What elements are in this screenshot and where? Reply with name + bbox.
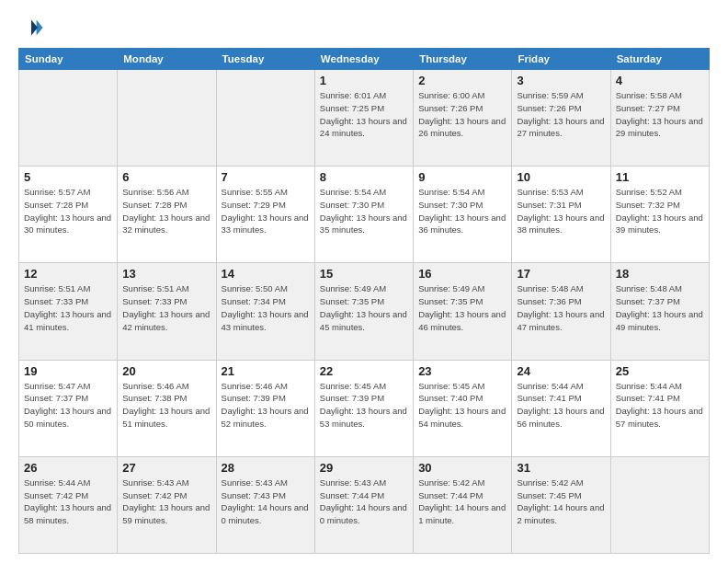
- cell-info-text: Sunrise: 5:45 AM Sunset: 7:40 PM Dayligh…: [418, 380, 506, 431]
- cell-day-number: 4: [616, 74, 704, 87]
- cell-day-number: 20: [122, 364, 210, 378]
- cell-info-text: Sunrise: 5:50 AM Sunset: 7:34 PM Dayligh…: [222, 282, 310, 333]
- week-row-1: 5Sunrise: 5:57 AM Sunset: 7:28 PM Daylig…: [19, 167, 710, 263]
- calendar-cell: 16Sunrise: 5:49 AM Sunset: 7:35 PM Dayli…: [414, 263, 512, 360]
- calendar-cell: 29Sunrise: 5:43 AM Sunset: 7:44 PM Dayli…: [314, 456, 413, 553]
- calendar-cell: 17Sunrise: 5:48 AM Sunset: 7:36 PM Dayli…: [512, 263, 610, 360]
- calendar-cell: 9Sunrise: 5:54 AM Sunset: 7:30 PM Daylig…: [414, 167, 512, 263]
- cell-day-number: 29: [320, 461, 408, 475]
- cell-info-text: Sunrise: 5:46 AM Sunset: 7:38 PM Dayligh…: [122, 380, 210, 431]
- cell-info-text: Sunrise: 5:44 AM Sunset: 7:41 PM Dayligh…: [517, 380, 605, 431]
- cell-info-text: Sunrise: 6:00 AM Sunset: 7:26 PM Dayligh…: [418, 89, 506, 140]
- weekday-header-thursday: Thursday: [414, 49, 512, 70]
- calendar-cell: 4Sunrise: 5:58 AM Sunset: 7:27 PM Daylig…: [610, 70, 709, 167]
- calendar-cell: 13Sunrise: 5:51 AM Sunset: 7:33 PM Dayli…: [118, 263, 216, 360]
- week-row-3: 19Sunrise: 5:47 AM Sunset: 7:37 PM Dayli…: [19, 360, 710, 456]
- cell-day-number: 15: [320, 267, 408, 281]
- calendar-cell: 8Sunrise: 5:54 AM Sunset: 7:30 PM Daylig…: [314, 167, 413, 263]
- cell-day-number: 6: [122, 170, 210, 184]
- cell-info-text: Sunrise: 5:43 AM Sunset: 7:42 PM Dayligh…: [122, 477, 210, 527]
- cell-info-text: Sunrise: 5:44 AM Sunset: 7:41 PM Dayligh…: [616, 380, 704, 431]
- cell-day-number: 16: [418, 267, 506, 281]
- cell-info-text: Sunrise: 5:44 AM Sunset: 7:42 PM Dayligh…: [24, 477, 112, 527]
- cell-info-text: Sunrise: 5:42 AM Sunset: 7:45 PM Dayligh…: [517, 477, 605, 527]
- weekday-header-monday: Monday: [118, 49, 216, 70]
- cell-info-text: Sunrise: 5:42 AM Sunset: 7:44 PM Dayligh…: [418, 477, 506, 527]
- weekday-header-saturday: Saturday: [610, 49, 709, 70]
- calendar-cell: 15Sunrise: 5:49 AM Sunset: 7:35 PM Dayli…: [314, 263, 413, 360]
- calendar-cell: 6Sunrise: 5:56 AM Sunset: 7:28 PM Daylig…: [118, 167, 216, 263]
- cell-info-text: Sunrise: 5:57 AM Sunset: 7:28 PM Dayligh…: [24, 186, 112, 236]
- calendar-cell: [216, 70, 314, 167]
- cell-info-text: Sunrise: 5:43 AM Sunset: 7:43 PM Dayligh…: [222, 477, 310, 527]
- calendar-cell: [19, 70, 118, 167]
- cell-info-text: Sunrise: 5:48 AM Sunset: 7:36 PM Dayligh…: [517, 282, 605, 333]
- calendar-cell: 2Sunrise: 6:00 AM Sunset: 7:26 PM Daylig…: [414, 70, 512, 167]
- calendar-table: SundayMondayTuesdayWednesdayThursdayFrid…: [18, 48, 710, 554]
- cell-info-text: Sunrise: 5:46 AM Sunset: 7:39 PM Dayligh…: [222, 380, 310, 431]
- calendar-cell: 27Sunrise: 5:43 AM Sunset: 7:42 PM Dayli…: [118, 456, 216, 553]
- calendar-cell: 30Sunrise: 5:42 AM Sunset: 7:44 PM Dayli…: [414, 456, 512, 553]
- calendar-cell: [610, 456, 709, 553]
- calendar-cell: 7Sunrise: 5:55 AM Sunset: 7:29 PM Daylig…: [216, 167, 314, 263]
- calendar-cell: [118, 70, 216, 167]
- week-row-0: 1Sunrise: 6:01 AM Sunset: 7:25 PM Daylig…: [19, 70, 710, 167]
- header-row: SundayMondayTuesdayWednesdayThursdayFrid…: [19, 49, 710, 70]
- cell-day-number: 26: [24, 461, 112, 475]
- cell-info-text: Sunrise: 5:56 AM Sunset: 7:28 PM Dayligh…: [122, 186, 210, 236]
- calendar-cell: 10Sunrise: 5:53 AM Sunset: 7:31 PM Dayli…: [512, 167, 610, 263]
- cell-info-text: Sunrise: 5:53 AM Sunset: 7:31 PM Dayligh…: [517, 186, 605, 236]
- cell-day-number: 19: [24, 364, 112, 378]
- cell-day-number: 5: [24, 170, 112, 184]
- cell-day-number: 14: [222, 267, 310, 281]
- cell-day-number: 30: [418, 461, 506, 475]
- cell-day-number: 28: [222, 461, 310, 475]
- weekday-header-wednesday: Wednesday: [314, 49, 413, 70]
- cell-info-text: Sunrise: 5:52 AM Sunset: 7:32 PM Dayligh…: [616, 186, 704, 236]
- calendar-body: 1Sunrise: 6:01 AM Sunset: 7:25 PM Daylig…: [19, 70, 710, 554]
- cell-day-number: 21: [222, 364, 310, 378]
- cell-day-number: 31: [517, 461, 605, 475]
- calendar-cell: 19Sunrise: 5:47 AM Sunset: 7:37 PM Dayli…: [19, 360, 118, 456]
- logo: [18, 15, 46, 40]
- cell-day-number: 13: [122, 267, 210, 281]
- cell-info-text: Sunrise: 6:01 AM Sunset: 7:25 PM Dayligh…: [320, 89, 408, 140]
- week-row-2: 12Sunrise: 5:51 AM Sunset: 7:33 PM Dayli…: [19, 263, 710, 360]
- cell-info-text: Sunrise: 5:51 AM Sunset: 7:33 PM Dayligh…: [122, 282, 210, 333]
- calendar-cell: 3Sunrise: 5:59 AM Sunset: 7:26 PM Daylig…: [512, 70, 610, 167]
- cell-day-number: 22: [320, 364, 408, 378]
- calendar-cell: 14Sunrise: 5:50 AM Sunset: 7:34 PM Dayli…: [216, 263, 314, 360]
- calendar-cell: 5Sunrise: 5:57 AM Sunset: 7:28 PM Daylig…: [19, 167, 118, 263]
- cell-day-number: 17: [517, 267, 605, 281]
- cell-info-text: Sunrise: 5:55 AM Sunset: 7:29 PM Dayligh…: [222, 186, 310, 236]
- calendar-cell: 28Sunrise: 5:43 AM Sunset: 7:43 PM Dayli…: [216, 456, 314, 553]
- cell-day-number: 12: [24, 267, 112, 281]
- calendar-cell: 18Sunrise: 5:48 AM Sunset: 7:37 PM Dayli…: [610, 263, 709, 360]
- cell-day-number: 7: [222, 170, 310, 184]
- cell-day-number: 18: [616, 267, 704, 281]
- cell-day-number: 9: [418, 170, 506, 184]
- cell-day-number: 8: [320, 170, 408, 184]
- header: [18, 15, 710, 40]
- cell-day-number: 23: [418, 364, 506, 378]
- cell-day-number: 27: [122, 461, 210, 475]
- calendar-header: SundayMondayTuesdayWednesdayThursdayFrid…: [19, 49, 710, 70]
- weekday-header-sunday: Sunday: [19, 49, 118, 70]
- cell-info-text: Sunrise: 5:45 AM Sunset: 7:39 PM Dayligh…: [320, 380, 408, 431]
- cell-info-text: Sunrise: 5:48 AM Sunset: 7:37 PM Dayligh…: [616, 282, 704, 333]
- cell-info-text: Sunrise: 5:43 AM Sunset: 7:44 PM Dayligh…: [320, 477, 408, 527]
- weekday-header-friday: Friday: [512, 49, 610, 70]
- cell-info-text: Sunrise: 5:54 AM Sunset: 7:30 PM Dayligh…: [320, 186, 408, 236]
- logo-icon: [18, 15, 44, 40]
- calendar-cell: 11Sunrise: 5:52 AM Sunset: 7:32 PM Dayli…: [610, 167, 709, 263]
- cell-day-number: 24: [517, 364, 605, 378]
- cell-info-text: Sunrise: 5:49 AM Sunset: 7:35 PM Dayligh…: [418, 282, 506, 333]
- calendar-cell: 20Sunrise: 5:46 AM Sunset: 7:38 PM Dayli…: [118, 360, 216, 456]
- calendar-cell: 25Sunrise: 5:44 AM Sunset: 7:41 PM Dayli…: [610, 360, 709, 456]
- cell-info-text: Sunrise: 5:49 AM Sunset: 7:35 PM Dayligh…: [320, 282, 408, 333]
- calendar-cell: 22Sunrise: 5:45 AM Sunset: 7:39 PM Dayli…: [314, 360, 413, 456]
- calendar-cell: 24Sunrise: 5:44 AM Sunset: 7:41 PM Dayli…: [512, 360, 610, 456]
- weekday-header-tuesday: Tuesday: [216, 49, 314, 70]
- calendar-cell: 31Sunrise: 5:42 AM Sunset: 7:45 PM Dayli…: [512, 456, 610, 553]
- calendar-cell: 1Sunrise: 6:01 AM Sunset: 7:25 PM Daylig…: [314, 70, 413, 167]
